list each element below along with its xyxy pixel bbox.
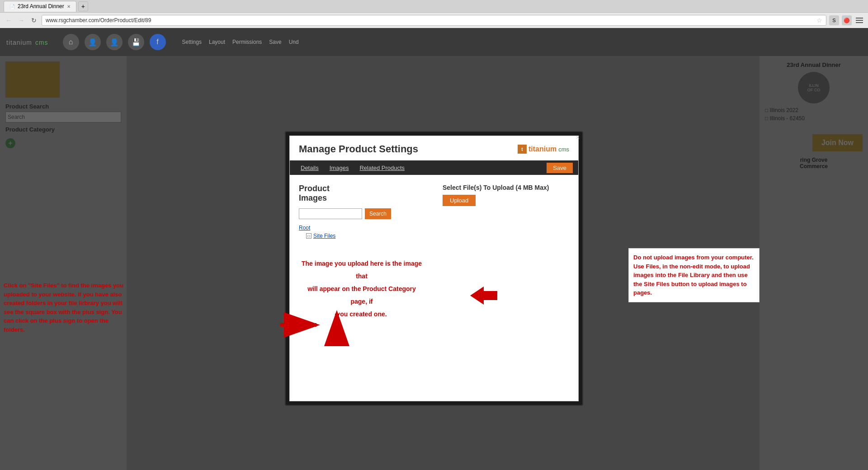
- site-files-link[interactable]: Site Files: [313, 233, 335, 239]
- image-search-input[interactable]: [299, 208, 362, 219]
- tab-images[interactable]: Images: [324, 160, 354, 175]
- left-annotation: Click on "Site Files" to find the images…: [0, 277, 131, 338]
- dialog-cms-logo: t titanium cms: [518, 145, 569, 154]
- search-row: Search: [299, 208, 425, 219]
- dialog-content-area: ProductImages Search Root □ Site Files: [299, 184, 569, 320]
- menu-layout[interactable]: Layout: [209, 39, 225, 45]
- file-tree-root[interactable]: Root: [299, 225, 425, 231]
- menu-line-3: [856, 22, 863, 23]
- forward-btn[interactable]: →: [16, 15, 26, 25]
- browser-menu-btn[interactable]: [854, 15, 864, 25]
- right-annotation-box: Do not upload images from your computer.…: [628, 248, 760, 302]
- product-images-left: ProductImages Search Root □ Site Files: [299, 184, 425, 320]
- cms-icon-square: t: [518, 145, 527, 154]
- upload-section-title: Select File(s) To Upload (4 MB Max): [443, 184, 569, 191]
- extension-btn-1[interactable]: S: [829, 15, 839, 25]
- reload-btn[interactable]: ↻: [29, 15, 39, 25]
- extension-btn-2[interactable]: 🔴: [842, 15, 852, 25]
- dialog-inner: Manage Product Settings t titanium cms D…: [289, 136, 579, 401]
- cms-person-icon[interactable]: 👤: [106, 34, 123, 50]
- browser-controls: ← → ↻ www.rsgchamber.com/OrderProduct/Ed…: [0, 13, 868, 28]
- annotation-center-line1: The image you upload here is the image t…: [299, 257, 425, 282]
- tab-favicon: 📄: [9, 4, 15, 9]
- menu-settings[interactable]: Settings: [182, 39, 202, 45]
- menu-line-1: [856, 18, 863, 19]
- dialog-tabs: Details Images Related Products Save: [290, 160, 578, 175]
- file-tree: Root □ Site Files: [299, 225, 425, 239]
- tab-close-btn[interactable]: ✕: [67, 4, 71, 9]
- cms-brand-suffix: cms: [558, 146, 569, 153]
- bookmark-icon: ☆: [816, 17, 822, 24]
- address-bar[interactable]: www.rsgchamber.com/OrderProduct/Edit/89 …: [42, 15, 826, 26]
- cms-social-icon[interactable]: f: [150, 34, 166, 50]
- menu-line-2: [856, 20, 863, 21]
- new-tab-btn[interactable]: +: [78, 1, 88, 11]
- cms-save-icon[interactable]: 💾: [128, 34, 144, 50]
- cms-toolbar-menu: Settings Layout Permissions Save Und: [182, 39, 299, 45]
- file-tree-checkbox[interactable]: □: [306, 233, 311, 239]
- menu-save[interactable]: Save: [269, 39, 281, 45]
- address-text: www.rsgchamber.com/OrderProduct/Edit/89: [46, 17, 151, 24]
- product-images-heading: ProductImages: [299, 184, 425, 203]
- page-background: Product Search Product Category + 23rd A…: [0, 56, 868, 470]
- cms-logo: titanium cms: [5, 38, 48, 47]
- dialog-outer: × Manage Product Settings t titanium cms…: [285, 131, 583, 406]
- cms-user-icon[interactable]: 👤: [85, 34, 101, 50]
- product-images-layout: ProductImages Search Root □ Site Files: [299, 184, 569, 320]
- annotation-center-line3: you created one.: [299, 308, 425, 320]
- browser-chrome: 📄 23rd Annual Dinner ✕ + ← → ↻ www.rsgch…: [0, 0, 868, 28]
- tab-title: 23rd Annual Dinner: [18, 3, 64, 9]
- tab-bar: 📄 23rd Annual Dinner ✕ +: [0, 0, 868, 13]
- cms-home-icon[interactable]: ⌂: [63, 34, 79, 50]
- file-tree-item: □ Site Files: [306, 233, 425, 239]
- dialog-header: Manage Product Settings t titanium cms: [290, 136, 578, 160]
- annotation-center: The image you upload here is the image t…: [299, 257, 425, 320]
- annotation-center-line2: will appear on the Product Category page…: [299, 282, 425, 308]
- menu-permissions[interactable]: Permissions: [232, 39, 262, 45]
- dialog-body: ProductImages Search Root □ Site Files: [290, 175, 578, 401]
- browser-tab-active[interactable]: 📄 23rd Annual Dinner ✕: [4, 1, 76, 12]
- product-images-right: Select File(s) To Upload (4 MB Max) Uplo…: [443, 184, 569, 320]
- back-btn[interactable]: ←: [4, 15, 14, 25]
- tab-details[interactable]: Details: [295, 160, 324, 175]
- upload-btn[interactable]: Upload: [443, 195, 476, 206]
- dialog-title: Manage Product Settings: [299, 143, 418, 155]
- dialog-save-btn[interactable]: Save: [547, 163, 573, 173]
- dialog-outer-close-btn[interactable]: ×: [576, 134, 580, 141]
- cms-toolbar-icons: ⌂ 👤 👤 💾 f: [63, 34, 166, 50]
- menu-undo[interactable]: Und: [289, 39, 299, 45]
- cms-logo-text: titanium cms: [6, 39, 48, 46]
- cms-brand-name: titanium: [528, 145, 557, 153]
- tab-related-products[interactable]: Related Products: [354, 160, 410, 175]
- cms-toolbar: titanium cms ⌂ 👤 👤 💾 f Settings Layout P…: [0, 28, 868, 56]
- image-search-btn[interactable]: Search: [365, 208, 391, 219]
